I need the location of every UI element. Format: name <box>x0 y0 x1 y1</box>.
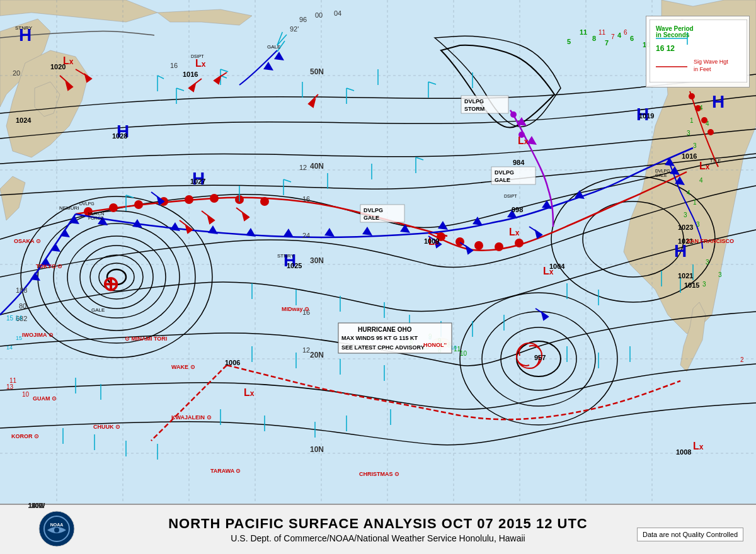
svg-text:3: 3 <box>684 212 687 218</box>
storm-gale-2: GALE <box>267 44 280 50</box>
svg-text:1: 1 <box>690 117 694 124</box>
svg-text:20: 20 <box>13 69 20 77</box>
city-minamitori: ⊙ MINAMI TORI <box>125 336 167 342</box>
pressure-1023: 1023 <box>678 223 693 231</box>
svg-text:15: 15 <box>16 335 22 341</box>
wave-num-1: 15 14 <box>6 315 22 322</box>
svg-text:50N: 50N <box>310 67 324 76</box>
pressure-1024: 1024 <box>16 116 31 124</box>
svg-text:in Seconds: in Seconds <box>656 31 690 38</box>
pressure-1015: 1015 <box>684 281 699 289</box>
svg-text:11: 11 <box>598 29 606 36</box>
svg-text:10: 10 <box>22 391 30 398</box>
svg-point-60 <box>474 241 483 250</box>
svg-point-72 <box>707 129 714 135</box>
svg-point-62 <box>515 239 524 247</box>
storm-hurcn: HURCNFORCE <box>88 212 104 220</box>
svg-text:1: 1 <box>693 199 697 206</box>
storm-stnry-1: STNRY <box>15 25 32 31</box>
svg-text:7: 7 <box>611 33 615 40</box>
pressure-1009: 1009 <box>424 237 439 245</box>
footer: NOAA NORTH PACIFIC SURFACE ANALYSIS OCT … <box>0 504 756 554</box>
storm-dsipt-1: DSIPT <box>191 54 204 59</box>
storm-dvlpg: DVLPG <box>79 201 94 206</box>
Lx-8: Lx <box>699 161 709 172</box>
svg-text:HURRICANE OHO: HURRICANE OHO <box>358 326 412 333</box>
svg-text:3: 3 <box>706 259 709 266</box>
svg-text:188: 188 <box>16 286 27 294</box>
quality-control-box: Data are not Quality Controlled <box>637 528 743 541</box>
svg-point-69 <box>689 93 695 99</box>
svg-text:in Feet: in Feet <box>694 66 711 72</box>
svg-text:8: 8 <box>592 35 596 42</box>
svg-text:2: 2 <box>740 356 744 363</box>
svg-text:GALE: GALE <box>364 215 379 221</box>
svg-point-61 <box>495 242 503 251</box>
city-guam: GUAM ⊙ <box>33 395 57 402</box>
svg-point-63 <box>510 111 517 118</box>
noaa-logo: NOAA <box>38 510 76 548</box>
city-osaka: OSAKA ⊙ <box>14 238 41 244</box>
svg-text:16: 16 <box>170 62 178 69</box>
svg-text:80: 80 <box>19 302 26 310</box>
svg-text:3: 3 <box>718 271 722 278</box>
storm-dsipt-2: DSIPT <box>504 194 517 198</box>
pressure-1020: 1020 <box>50 63 66 71</box>
pressure-998: 998 <box>512 206 523 213</box>
city-kwajalein: KWAJALEIN ⊙ <box>171 414 212 421</box>
svg-text:DVLPG: DVLPG <box>495 169 514 176</box>
svg-text:12: 12 <box>302 346 310 354</box>
svg-text:7: 7 <box>605 39 609 47</box>
H-symbol-6: H <box>674 242 687 260</box>
pressure-1008: 1008 <box>676 448 691 456</box>
svg-text:11: 11 <box>580 28 587 36</box>
svg-text:04: 04 <box>334 9 341 17</box>
Lx-7: Lx <box>693 441 703 452</box>
storm-ttle: TTLE <box>710 159 721 163</box>
svg-text:16: 16 <box>302 195 310 203</box>
pressure-1006: 1006 <box>225 359 240 366</box>
L-symbol-typhoon: ⊕ <box>102 274 119 294</box>
pressure-1016-2: 1016 <box>682 152 697 160</box>
svg-text:20N: 20N <box>310 351 324 359</box>
svg-text:DVLPG: DVLPG <box>364 207 383 213</box>
svg-point-33 <box>134 200 143 209</box>
svg-text:10N: 10N <box>310 445 324 454</box>
svg-text:SEE LATEST CPHC ADVISORY: SEE LATEST CPHC ADVISORY <box>341 344 425 351</box>
lon-120w: 120W <box>28 502 45 509</box>
svg-text:4: 4 <box>617 31 622 39</box>
storm-stnry-2: STNRY <box>277 253 294 259</box>
city-christmas: CHRISTMAS ⊙ <box>359 471 399 477</box>
svg-text:3: 3 <box>693 142 697 149</box>
city-koror: KOROR ⊙ <box>11 433 39 439</box>
storm-gale-1: GALE <box>91 307 105 313</box>
city-wake: WAKE ⊙ <box>171 364 195 370</box>
svg-text:DVLPG: DVLPG <box>464 98 484 105</box>
city-iwojima: IWOJIMA ⊙ <box>22 332 54 338</box>
pressure-1028: 1028 <box>112 132 127 140</box>
pressure-1004: 1004 <box>549 263 564 270</box>
Lx-3: Lx <box>518 135 528 147</box>
city-honolulu: HONOL'' <box>423 342 447 348</box>
city-tarawa: TARAWA ⊙ <box>210 468 241 474</box>
svg-text:3: 3 <box>702 281 706 288</box>
pressure-1025-2: 1025 <box>287 262 302 269</box>
H-symbol-7: H <box>712 93 724 111</box>
svg-text:00: 00 <box>315 11 323 19</box>
svg-text:6: 6 <box>624 29 627 36</box>
svg-text:40N: 40N <box>310 162 324 171</box>
city-midway: MIDway ⊙ <box>282 306 309 312</box>
map-area: 11 4 11 7 5 6 10 4 7 8 11 5 4 4 1 3 3 4 … <box>0 0 756 504</box>
city-sanfrancisco: SAN FRANCISCO <box>687 238 734 244</box>
svg-text:92': 92' <box>290 25 299 33</box>
svg-text:30N: 30N <box>310 256 324 265</box>
storm-nemuri: NEMURI <box>59 205 79 211</box>
Lx-2: Lx <box>195 58 205 69</box>
svg-point-36 <box>210 194 219 203</box>
svg-text:3: 3 <box>696 221 700 228</box>
svg-text:14: 14 <box>6 344 13 351</box>
pressure-1016: 1016 <box>183 71 198 78</box>
svg-text:3: 3 <box>687 130 690 137</box>
svg-text:10: 10 <box>460 350 467 357</box>
svg-text:6: 6 <box>630 35 634 42</box>
